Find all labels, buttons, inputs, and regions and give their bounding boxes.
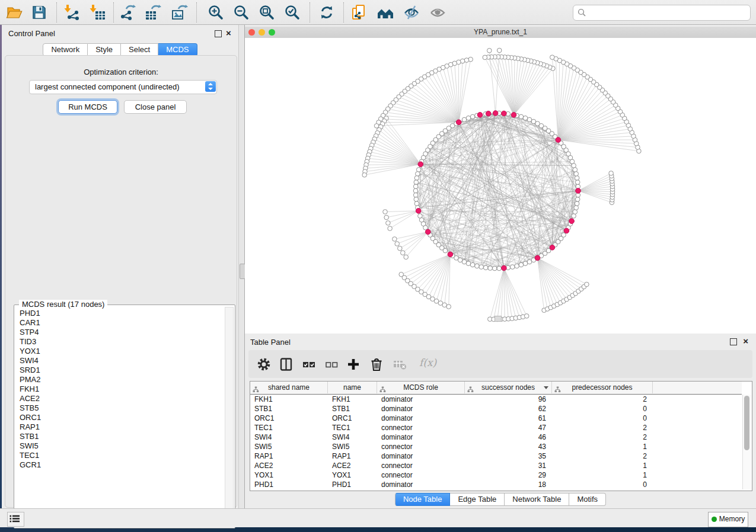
float-panel-icon[interactable] <box>215 30 222 37</box>
dominator-node[interactable] <box>569 219 575 224</box>
network-node[interactable] <box>398 246 403 251</box>
mcds-list-item[interactable]: TEC1 <box>15 451 224 460</box>
mcds-list-item[interactable]: RAP1 <box>15 422 224 432</box>
network-node[interactable] <box>609 171 614 176</box>
dominator-node[interactable] <box>564 228 569 233</box>
network-node[interactable] <box>413 188 418 193</box>
dominator-node[interactable] <box>493 111 498 116</box>
network-node[interactable] <box>384 215 389 220</box>
mcds-list-item[interactable]: STB5 <box>15 403 224 413</box>
add-column-plus-icon[interactable] <box>346 357 361 371</box>
search-input[interactable] <box>573 5 751 21</box>
network-node[interactable] <box>585 282 589 287</box>
delete-table-icon[interactable] <box>393 357 407 371</box>
close-panel-button[interactable]: Close panel <box>124 100 187 114</box>
export-network-icon[interactable] <box>119 4 136 21</box>
table-row[interactable]: YOX1YOX1connector291 <box>250 470 742 480</box>
show-all-eye-icon[interactable] <box>429 4 446 21</box>
zoom-selected-icon[interactable] <box>284 4 301 21</box>
network-node[interactable] <box>550 55 555 60</box>
close-panel-icon[interactable]: × <box>226 28 231 39</box>
network-node[interactable] <box>519 114 524 119</box>
network-node[interactable] <box>416 168 421 172</box>
network-node[interactable] <box>519 262 524 267</box>
table-row[interactable]: STB1STB1dominator620 <box>250 404 742 414</box>
scrollbar-thumb[interactable] <box>744 396 749 450</box>
network-node[interactable] <box>466 116 471 121</box>
mcds-list-item[interactable]: SWI4 <box>15 356 224 366</box>
memory-button[interactable]: Memory <box>708 512 748 527</box>
network-node[interactable] <box>575 197 580 202</box>
network-node[interactable] <box>575 180 580 185</box>
horizontal-splitter-handle[interactable] <box>495 316 502 322</box>
optimization-criterion-select[interactable]: largest connected component (undirected) <box>29 80 217 94</box>
network-node[interactable] <box>414 176 419 181</box>
mcds-list-item[interactable]: STB1 <box>15 432 224 441</box>
table-scrollbar[interactable] <box>742 395 751 489</box>
run-mcds-button[interactable]: Run MCDS <box>58 100 117 114</box>
mcds-list-scrollbar[interactable] <box>225 307 234 525</box>
network-node[interactable] <box>416 172 420 177</box>
network-node[interactable] <box>487 49 492 53</box>
mcds-list-item[interactable]: TID3 <box>15 337 224 347</box>
network-node[interactable] <box>475 264 480 268</box>
export-table-icon[interactable] <box>145 4 161 21</box>
network-node[interactable] <box>470 114 475 119</box>
dominator-node[interactable] <box>486 111 491 116</box>
float-table-panel-icon[interactable] <box>730 338 737 345</box>
network-node[interactable] <box>483 265 488 270</box>
dominator-node[interactable] <box>426 229 431 235</box>
import-network-icon[interactable] <box>63 4 80 21</box>
network-window-titlebar[interactable]: YPA_prune.txt_1 <box>245 27 756 39</box>
mcds-list-item[interactable]: GCR1 <box>15 460 224 470</box>
table-row[interactable]: PHD1PHD1dominator180 <box>250 480 742 489</box>
mcds-list-item[interactable]: SWI5 <box>15 441 224 451</box>
column-header-MCDS-role[interactable]: MCDS role <box>377 382 465 393</box>
tab-network-table[interactable]: Network Table <box>505 493 569 506</box>
save-session-icon[interactable] <box>31 4 47 21</box>
network-node[interactable] <box>462 117 467 122</box>
column-header-predecessor-nodes[interactable]: predecessor nodes <box>552 382 653 393</box>
hide-selected-eye-icon[interactable] <box>403 4 420 21</box>
delete-column-trash-icon[interactable] <box>369 357 384 371</box>
network-node[interactable] <box>468 57 473 62</box>
dominator-node[interactable] <box>502 265 507 271</box>
deselect-all-rows-icon[interactable] <box>324 357 339 371</box>
export-image-icon[interactable] <box>171 4 188 21</box>
network-node[interactable] <box>511 265 515 270</box>
network-node[interactable] <box>362 173 367 178</box>
table-row[interactable]: TEC1TEC1connector472 <box>250 423 742 432</box>
network-node[interactable] <box>386 221 391 226</box>
network-node[interactable] <box>492 266 497 271</box>
function-builder-icon[interactable]: f(x) <box>419 357 436 368</box>
network-node[interactable] <box>443 248 448 253</box>
mcds-list-item[interactable]: SRD1 <box>15 366 224 375</box>
network-node[interactable] <box>393 237 397 242</box>
table-row[interactable]: RAP1RAP1dominator352 <box>250 451 742 461</box>
dominator-node[interactable] <box>556 137 561 143</box>
zoom-in-icon[interactable] <box>208 4 224 21</box>
first-neighbors-houses-icon[interactable] <box>377 4 394 21</box>
import-table-icon[interactable] <box>89 4 106 21</box>
dominator-node[interactable] <box>535 255 540 261</box>
network-node[interactable] <box>497 266 502 271</box>
network-node[interactable] <box>497 48 502 53</box>
network-node[interactable] <box>515 264 519 268</box>
tab-edge-table[interactable]: Edge Table <box>450 493 505 506</box>
dominator-node[interactable] <box>477 113 483 118</box>
zoom-fit-icon[interactable] <box>259 4 275 21</box>
network-node[interactable] <box>414 197 419 202</box>
network-node[interactable] <box>383 210 388 214</box>
zoom-out-icon[interactable] <box>233 4 250 21</box>
dominator-node[interactable] <box>576 188 581 194</box>
table-settings-gear-icon[interactable] <box>257 357 271 371</box>
select-all-rows-icon[interactable] <box>302 357 316 371</box>
network-node[interactable] <box>446 305 451 309</box>
mcds-list-item[interactable]: FKH1 <box>15 384 224 394</box>
mcds-list-item[interactable]: YOX1 <box>15 347 224 356</box>
network-graph[interactable] <box>245 38 756 334</box>
mcds-list-item[interactable]: ORC1 <box>15 413 224 422</box>
network-node[interactable] <box>479 265 484 270</box>
mcds-list-item[interactable]: PHD1 <box>15 309 224 318</box>
network-node[interactable] <box>395 242 400 246</box>
